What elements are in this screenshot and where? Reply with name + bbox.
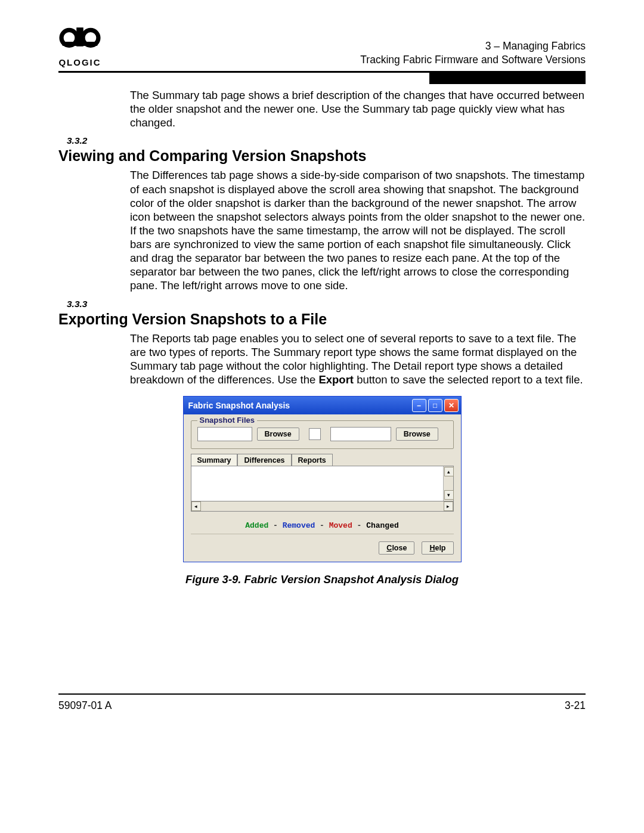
scroll-up-icon[interactable]: ▴: [444, 467, 454, 476]
snapshot-files-group: Snapshot Files Browse Browse: [191, 420, 454, 449]
tab-summary[interactable]: Summary: [191, 454, 238, 466]
section-number: 3.3.3: [67, 299, 586, 309]
content-viewer[interactable]: ▴ ▾: [191, 466, 454, 501]
file-row: Browse Browse: [197, 427, 447, 441]
dialog-buttons: Close Help: [191, 534, 454, 555]
page-footer: 59097-01 A 3-21: [58, 699, 586, 712]
browse-button-1[interactable]: Browse: [257, 428, 299, 441]
footer-rule: [58, 693, 586, 695]
dialog-title: Fabric Snapshot Analysis: [188, 401, 290, 410]
legend-added: Added: [245, 521, 268, 530]
tab-differences[interactable]: Differences: [237, 454, 291, 466]
body: The Summary tab page shows a brief descr…: [58, 88, 586, 586]
brand-logo: QLOGIC: [58, 24, 101, 67]
section-paragraph: The Differences tab page shows a side-by…: [130, 168, 586, 292]
horizontal-scrollbar[interactable]: ◂ ▸: [191, 501, 454, 512]
figure-wrap: Fabric Snapshot Analysis – □ ✕ Snapshot …: [58, 396, 586, 562]
header-line-2: Tracking Fabric Firmware and Software Ve…: [360, 53, 586, 67]
btn-rest: elp: [435, 544, 445, 552]
file-path-input-2[interactable]: [330, 427, 391, 441]
minimize-button[interactable]: –: [412, 399, 426, 412]
para-text: button to save the selected report to a …: [354, 373, 583, 386]
browse-button-2[interactable]: Browse: [396, 428, 438, 441]
para-bold: Export: [318, 373, 354, 386]
section-heading: Viewing and Comparing Version Snapshots: [58, 147, 586, 165]
header-line-1: 3 – Managing Fabrics: [360, 39, 586, 54]
btn-rest: lose: [392, 544, 407, 552]
file-path-input-1[interactable]: [197, 427, 252, 441]
section-number: 3.3.2: [67, 135, 586, 146]
doc-number: 59097-01 A: [58, 699, 112, 712]
legend-removed: Removed: [283, 521, 315, 530]
header-path: 3 – Managing Fabrics Tracking Fabric Fir…: [360, 39, 586, 67]
page-number: 3-21: [565, 699, 586, 712]
tabs-row: Summary Differences Reports: [191, 454, 454, 466]
window-controls: – □ ✕: [412, 399, 459, 412]
dialog-titlebar[interactable]: Fabric Snapshot Analysis – □ ✕: [184, 397, 461, 414]
section-paragraph: The Reports tab page enables you to sele…: [130, 332, 586, 387]
dialog-body: Snapshot Files Browse Browse Summary Dif…: [184, 414, 461, 562]
scroll-down-icon[interactable]: ▾: [444, 490, 454, 500]
intro-paragraph: The Summary tab page shows a brief descr…: [130, 88, 586, 129]
tab-reports[interactable]: Reports: [292, 454, 333, 466]
close-button[interactable]: Close: [379, 541, 414, 555]
scroll-left-icon[interactable]: ◂: [191, 501, 201, 511]
scroll-right-icon[interactable]: ▸: [444, 501, 453, 511]
snapshot-dialog: Fabric Snapshot Analysis – □ ✕ Snapshot …: [183, 396, 462, 562]
section-heading: Exporting Version Snapshots to a File: [58, 311, 586, 328]
window-close-button[interactable]: ✕: [444, 399, 459, 412]
qlogic-icon: [58, 24, 101, 56]
legend-changed: Changed: [366, 521, 399, 530]
brand-text: QLOGIC: [58, 57, 101, 67]
page: QLOGIC 3 – Managing Fabrics Tracking Fab…: [0, 0, 644, 833]
header-rule: [58, 71, 586, 73]
page-header: QLOGIC 3 – Managing Fabrics Tracking Fab…: [58, 24, 586, 67]
maximize-button[interactable]: □: [428, 399, 442, 412]
figure-caption: Figure 3-9. Fabric Version Snapshot Anal…: [58, 573, 586, 586]
direction-indicator: [309, 428, 321, 440]
legend-moved: Moved: [329, 521, 352, 530]
svg-rect-3: [76, 27, 83, 47]
help-button[interactable]: Help: [422, 541, 453, 555]
group-legend: Snapshot Files: [197, 416, 257, 425]
change-legend: Added - Removed - Moved - Changed: [191, 521, 454, 530]
vertical-scrollbar[interactable]: ▴ ▾: [443, 466, 453, 501]
